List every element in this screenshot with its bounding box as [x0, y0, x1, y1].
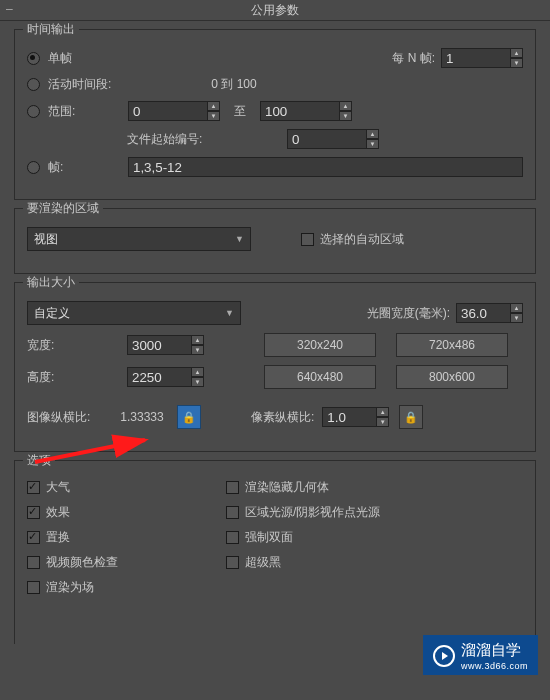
btn-preset-3[interactable]: 800x600	[396, 365, 508, 389]
play-icon	[433, 645, 455, 667]
input-aperture[interactable]	[456, 303, 511, 323]
input-frames[interactable]	[128, 157, 523, 177]
select-value: 视图	[34, 231, 58, 248]
btn-preset-2[interactable]: 640x480	[264, 365, 376, 389]
group-title: 时间输出	[23, 21, 79, 38]
radio-range[interactable]	[27, 105, 40, 118]
chk-displacement[interactable]	[27, 531, 40, 544]
panel-title: 公用参数	[251, 2, 299, 19]
select-value: 自定义	[34, 305, 70, 322]
label-single-frame: 单帧	[48, 50, 72, 67]
label-every-n: 每 N 帧:	[392, 50, 435, 67]
group-render-area: 要渲染的区域 视图 ▼ 选择的自动区域	[14, 208, 536, 274]
label-super-black: 超级黑	[245, 554, 281, 571]
group-time-output: 时间输出 单帧 每 N 帧: ▲▼ 活动时间段: 0 到 100 范围: ▲▼ …	[14, 29, 536, 200]
label-height: 高度:	[27, 369, 127, 386]
watermark-brand: 溜溜自学	[461, 641, 521, 658]
rollout-header[interactable]: – 公用参数	[0, 0, 550, 21]
chk-render-hidden[interactable]	[226, 481, 239, 494]
label-render-field: 渲染为场	[46, 579, 94, 596]
chk-force-2side[interactable]	[226, 531, 239, 544]
label-file-start: 文件起始编号:	[127, 131, 217, 148]
spinner-every-n[interactable]: ▲▼	[511, 48, 523, 68]
btn-preset-0[interactable]: 320x240	[264, 333, 376, 357]
label-atmosphere: 大气	[46, 479, 226, 496]
group-options: 选项 大气 渲染隐藏几何体 效果 区域光源/阴影视作点光源 置换 强制双面 视频…	[14, 460, 536, 644]
label-active-range: 0 到 100	[211, 76, 256, 93]
label-pixel-aspect: 像素纵横比:	[251, 409, 314, 426]
spinner-range-to[interactable]: ▲▼	[340, 101, 352, 121]
spinner-width[interactable]: ▲▼	[192, 335, 204, 355]
spinner-range-from[interactable]: ▲▼	[208, 101, 220, 121]
input-width[interactable]	[127, 335, 192, 355]
label-displacement: 置换	[46, 529, 226, 546]
radio-single-frame[interactable]	[27, 52, 40, 65]
label-range: 范围:	[48, 103, 128, 120]
input-pixel-aspect[interactable]	[322, 407, 377, 427]
collapse-icon: –	[6, 2, 13, 16]
input-range-from[interactable]	[128, 101, 208, 121]
label-image-aspect: 图像纵横比:	[27, 409, 107, 426]
label-aperture: 光圈宽度(毫米):	[367, 305, 450, 322]
group-title: 输出大小	[23, 274, 79, 291]
chk-video-color[interactable]	[27, 556, 40, 569]
input-range-to[interactable]	[260, 101, 340, 121]
spinner-height[interactable]: ▲▼	[192, 367, 204, 387]
lock-pixel-aspect[interactable]: 🔒	[399, 405, 423, 429]
label-frames: 帧:	[48, 159, 128, 176]
value-image-aspect: 1.33333	[107, 410, 177, 424]
chk-auto-region[interactable]	[301, 233, 314, 246]
chk-super-black[interactable]	[226, 556, 239, 569]
lock-image-aspect[interactable]: 🔒	[177, 405, 201, 429]
select-size-preset[interactable]: 自定义 ▼	[27, 301, 241, 325]
watermark-url: www.3d66.com	[461, 661, 528, 671]
label-range-to: 至	[234, 103, 246, 120]
radio-frames[interactable]	[27, 161, 40, 174]
chk-render-field[interactable]	[27, 581, 40, 594]
chevron-down-icon: ▼	[225, 308, 234, 318]
spinner-aperture[interactable]: ▲▼	[511, 303, 523, 323]
label-active-segment: 活动时间段:	[48, 76, 111, 93]
label-render-hidden: 渲染隐藏几何体	[245, 479, 329, 496]
select-render-area[interactable]: 视图 ▼	[27, 227, 251, 251]
group-title: 选项	[23, 452, 55, 469]
label-effects: 效果	[46, 504, 226, 521]
label-force-2side: 强制双面	[245, 529, 293, 546]
input-height[interactable]	[127, 367, 192, 387]
chk-area-shadow[interactable]	[226, 506, 239, 519]
group-output-size: 输出大小 自定义 ▼ 光圈宽度(毫米): ▲▼ 宽度: ▲▼ 320x240 7…	[14, 282, 536, 452]
chk-effects[interactable]	[27, 506, 40, 519]
radio-active-segment[interactable]	[27, 78, 40, 91]
input-file-start[interactable]	[287, 129, 367, 149]
spinner-pixel-aspect[interactable]: ▲▼	[377, 407, 389, 427]
chevron-down-icon: ▼	[235, 234, 244, 244]
label-area-shadow: 区域光源/阴影视作点光源	[245, 504, 380, 521]
watermark: 溜溜自学 www.3d66.com	[423, 635, 538, 675]
label-width: 宽度:	[27, 337, 127, 354]
chk-atmosphere[interactable]	[27, 481, 40, 494]
spinner-file-start[interactable]: ▲▼	[367, 129, 379, 149]
label-auto-region: 选择的自动区域	[320, 231, 404, 248]
btn-preset-1[interactable]: 720x486	[396, 333, 508, 357]
label-video-color: 视频颜色检查	[46, 554, 226, 571]
input-every-n[interactable]	[441, 48, 511, 68]
group-title: 要渲染的区域	[23, 200, 103, 217]
